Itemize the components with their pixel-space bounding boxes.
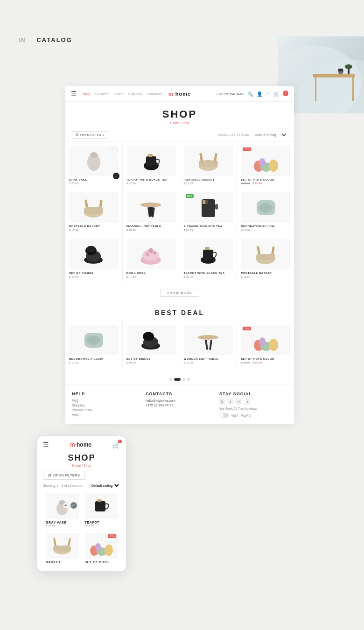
product-card[interactable]: ♡ GRAY VASE $ 28.99 +	[65, 142, 122, 189]
pagination	[65, 374, 294, 385]
nav-link-services[interactable]: Services	[95, 92, 110, 96]
product-image: ♡	[69, 146, 119, 176]
product-card[interactable]: TEAPOT WITH BLACK TEA $ 22.99	[123, 142, 180, 189]
product-card[interactable]: WOODEN LOFT TABLE $ 18.99	[123, 189, 180, 235]
product-name: GRAY VASE	[69, 178, 119, 181]
mobile-sort-select[interactable]: Default sorting	[90, 483, 120, 488]
add-to-cart-button[interactable]: +	[113, 173, 119, 179]
mobile-cart-icon[interactable]: 🛒 1	[112, 441, 120, 448]
facebook-icon[interactable]: f	[245, 399, 250, 405]
product-card[interactable]: NEW A TRAVEL MUG FOR TEA $ 22.99	[180, 189, 237, 235]
footer-link-shipping[interactable]: Shipping	[72, 404, 140, 407]
product-price: $ 12.99	[69, 361, 119, 364]
svg-rect-6	[338, 69, 343, 71]
discount-badge: -25%	[243, 327, 251, 330]
mobile-product-name: GRAY VASE	[46, 521, 79, 524]
nav-logo: m·home	[168, 91, 191, 97]
mobile-product-name: TEAPOT	[85, 521, 118, 524]
product-card[interactable]: DOG HOUSE $ 27.99	[123, 235, 180, 282]
hamburger-icon[interactable]: ☰	[71, 90, 77, 98]
product-image	[241, 239, 290, 269]
pagination-dot[interactable]	[169, 378, 172, 381]
product-card[interactable]: -22% SET OF POTS COLOR $ 21.99 $ 16.99	[237, 142, 294, 189]
product-image	[69, 192, 119, 223]
nav-link-contacts[interactable]: Contacts	[147, 92, 162, 96]
product-image	[126, 239, 176, 269]
wishlist-button[interactable]: ♡	[110, 147, 117, 154]
mobile-hamburger-icon[interactable]: ☰	[43, 441, 49, 448]
mobile-results-count: Showing 1—8 of 19 results	[43, 484, 82, 487]
mobile-logo: m·home	[70, 441, 91, 448]
product-name: PORTABLE BASKET	[184, 178, 233, 181]
shop-header: SHOP Home / Shop	[65, 102, 294, 128]
wishlist-icon[interactable]: ♡	[266, 91, 270, 96]
open-filters-button[interactable]: ⊟ OPEN FILTERS	[72, 131, 107, 139]
mobile-product-card[interactable]: -22% SET OF POTS	[82, 530, 121, 567]
paypal-label: PayPal	[241, 414, 251, 417]
best-deal-card[interactable]: WOODEN LOFT TABLE $ 18.99	[180, 321, 237, 368]
user-icon[interactable]: 👤	[257, 91, 262, 97]
mobile-eye-icon[interactable]: 👁	[63, 502, 70, 509]
footer-link-privacy[interactable]: Privacy Policy	[72, 408, 140, 412]
mobile-product-card[interactable]: BASKET	[43, 530, 82, 567]
cart-icon[interactable]: 🛒	[273, 91, 279, 97]
pagination-dot[interactable]	[182, 378, 185, 381]
nav-link-sales[interactable]: Sales	[114, 92, 123, 96]
mobile-product-grid: 👁 🛒 GRAY VASE $ 28.99 TEAPOT $ 27.99	[43, 490, 120, 567]
product-image	[69, 239, 119, 269]
sort-select[interactable]: Default sorting Price: low to high Price…	[253, 133, 287, 137]
footer-link-help[interactable]: Help	[72, 413, 140, 416]
svg-point-59	[198, 335, 218, 340]
pagination-dot[interactable]	[187, 378, 190, 381]
shop-page-title: SHOP	[65, 108, 294, 120]
product-card[interactable]: PORTABLE BASKET $ 22.99	[180, 142, 237, 189]
mobile-cart-add-icon[interactable]: 🛒	[70, 502, 77, 509]
product-card[interactable]: SET OF DISHES $ 19.99	[65, 235, 122, 282]
mobile-cart-badge: 1	[118, 440, 122, 443]
product-card[interactable]: TEAPOT WITH BLACK TEA $ 35.99	[180, 235, 237, 282]
new-badge: NEW	[186, 194, 194, 198]
product-grid-row3: SET OF DISHES $ 19.99 DOG HOUSE $ 27.99	[65, 235, 294, 282]
payment-toggle[interactable]	[219, 413, 229, 418]
pagination-dot-active[interactable]	[174, 378, 181, 381]
product-name: SET OF POTS COLOR	[241, 178, 290, 181]
product-image	[126, 192, 176, 223]
twitter-icon[interactable]: 𝕏	[219, 399, 225, 405]
mobile-product-price: $ 27.99	[85, 524, 118, 527]
product-card[interactable]: PORTABLE BASKET $ 18.99	[65, 189, 122, 235]
footer-email: hello@myhome.com	[146, 399, 214, 402]
results-count: Showing 1-8 of 19 results	[217, 133, 249, 136]
mobile-product-image	[46, 533, 79, 559]
tumblr-icon[interactable]: t	[228, 399, 233, 405]
mobile-product-card[interactable]: 👁 🛒 GRAY VASE $ 28.99	[43, 490, 82, 530]
product-name: TEAPOT WITH BLACK TEA	[184, 272, 233, 274]
svg-point-45	[146, 252, 149, 256]
svg-point-46	[148, 248, 153, 253]
instagram-icon[interactable]: ◻	[236, 399, 242, 405]
product-image	[126, 146, 176, 176]
svg-rect-73	[53, 546, 71, 551]
product-card[interactable]: PORTABLE BASKET $ 18.99	[237, 235, 294, 282]
page-number: 09	[19, 36, 25, 43]
product-card[interactable]: DECORATIVE PILLOW $ 13.99	[237, 189, 294, 235]
mobile-product-card[interactable]: TEAPOT $ 27.99	[82, 490, 121, 530]
footer-help-col: HELP FAQ Shipping Privacy Policy Help	[72, 392, 140, 418]
best-deal-card[interactable]: DECORATIVE PILLOW $ 12.99	[65, 321, 122, 368]
show-more-button[interactable]: SHOW MORE	[160, 289, 199, 297]
social-icons: 𝕏 t ◻ f	[219, 399, 287, 405]
nav-link-shop[interactable]: Shop	[82, 92, 91, 96]
product-price: $ 22.99	[126, 182, 176, 185]
product-price: $ 19.99	[69, 275, 119, 278]
mobile-open-filters-button[interactable]: ⊟ OPEN FILTERS	[43, 471, 85, 480]
mobile-product-image: 👁 🛒	[46, 493, 79, 519]
svg-point-77	[95, 543, 101, 551]
search-icon[interactable]: 🔍	[247, 91, 253, 97]
product-price: $ 13.99	[241, 229, 290, 231]
footer-contacts-title: CONTACTS	[146, 392, 214, 396]
nav-link-shipping[interactable]: Shipping	[128, 92, 142, 96]
best-deal-card[interactable]: -25% SET OF POTS COLOR $ 21.99 $ 16.50	[237, 321, 294, 368]
mobile-product-price: $ 28.99	[46, 524, 79, 527]
product-name: PORTABLE BASKET	[241, 272, 290, 274]
footer-link-faq[interactable]: FAQ	[72, 399, 140, 402]
best-deal-card[interactable]: SET OF DISHES $ 18.99	[123, 321, 180, 368]
